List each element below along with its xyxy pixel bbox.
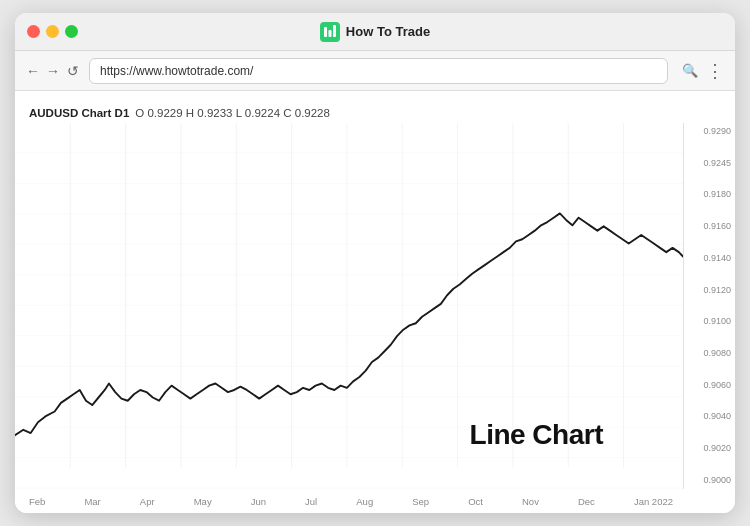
browser-window: How To Trade ← → ↺ https://www.howtotrad… — [15, 13, 735, 513]
address-bar-row: ← → ↺ https://www.howtotrade.com/ 🔍 ⋮ — [15, 51, 735, 91]
y-label-6: 0.9120 — [686, 286, 731, 295]
y-axis: 0.9290 0.9245 0.9180 0.9160 0.9140 0.912… — [683, 123, 735, 489]
chart-pair-label: AUDUSD Chart D1 — [29, 107, 129, 119]
svg-rect-2 — [328, 30, 331, 37]
x-label-jun: Jun — [251, 496, 266, 507]
y-label-2: 0.9245 — [686, 159, 731, 168]
url-text: https://www.howtotrade.com/ — [100, 64, 253, 78]
x-label-jan2022: Jan 2022 — [634, 496, 673, 507]
line-chart-svg — [15, 123, 683, 489]
y-label-10: 0.9040 — [686, 412, 731, 421]
x-label-dec: Dec — [578, 496, 595, 507]
svg-rect-3 — [333, 25, 336, 37]
chart-svg-area: Line Chart — [15, 123, 683, 489]
x-label-mar: Mar — [84, 496, 100, 507]
y-label-3: 0.9180 — [686, 190, 731, 199]
window-title-area: How To Trade — [320, 22, 430, 42]
title-bar: How To Trade — [15, 13, 735, 51]
x-label-nov: Nov — [522, 496, 539, 507]
close-button[interactable] — [27, 25, 40, 38]
chart-main: Line Chart 0.9290 0.9245 0.9180 0.9160 0… — [15, 123, 735, 489]
reload-button[interactable]: ↺ — [65, 63, 81, 79]
y-label-4: 0.9160 — [686, 222, 731, 231]
x-label-apr: Apr — [140, 496, 155, 507]
nav-buttons: ← → ↺ — [25, 63, 81, 79]
y-label-11: 0.9020 — [686, 444, 731, 453]
chart-ohlc: O 0.9229 H 0.9233 L 0.9224 C 0.9228 — [135, 107, 330, 119]
howtotrade-logo-icon — [320, 22, 340, 42]
y-label-9: 0.9060 — [686, 381, 731, 390]
x-axis-row: Feb Mar Apr May Jun Jul Aug Sep Oct Nov … — [15, 489, 735, 513]
back-button[interactable]: ← — [25, 63, 41, 79]
x-label-oct: Oct — [468, 496, 483, 507]
x-label-may: May — [194, 496, 212, 507]
svg-rect-5 — [15, 123, 683, 489]
x-label-aug: Aug — [356, 496, 373, 507]
x-axis-spacer — [683, 489, 735, 513]
traffic-lights — [27, 25, 78, 38]
maximize-button[interactable] — [65, 25, 78, 38]
x-label-sep: Sep — [412, 496, 429, 507]
y-label-12: 0.9000 — [686, 476, 731, 485]
minimize-button[interactable] — [46, 25, 59, 38]
x-axis-labels: Feb Mar Apr May Jun Jul Aug Sep Oct Nov … — [29, 489, 683, 513]
y-label-1: 0.9290 — [686, 127, 731, 136]
forward-button[interactable]: → — [45, 63, 61, 79]
x-label-feb: Feb — [29, 496, 45, 507]
url-bar[interactable]: https://www.howtotrade.com/ — [89, 58, 668, 84]
browser-menu-button[interactable]: ⋮ — [706, 60, 725, 82]
window-title: How To Trade — [346, 24, 430, 39]
svg-rect-1 — [324, 27, 327, 37]
y-label-8: 0.9080 — [686, 349, 731, 358]
x-label-jul: Jul — [305, 496, 317, 507]
address-search-icon[interactable]: 🔍 — [682, 63, 698, 78]
y-label-7: 0.9100 — [686, 317, 731, 326]
y-label-5: 0.9140 — [686, 254, 731, 263]
chart-container: AUDUSD Chart D1 O 0.9229 H 0.9233 L 0.92… — [15, 91, 735, 513]
chart-header: AUDUSD Chart D1 O 0.9229 H 0.9233 L 0.92… — [15, 101, 735, 123]
